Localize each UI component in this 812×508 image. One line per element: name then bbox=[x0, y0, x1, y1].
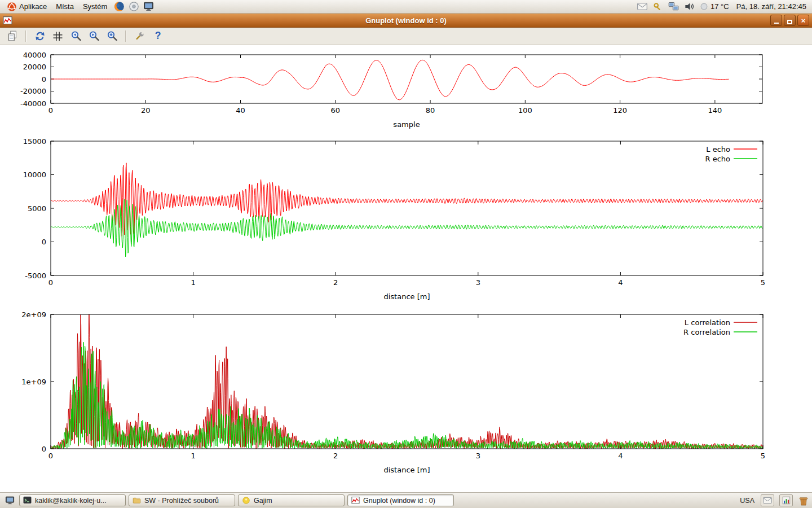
mail-notifier[interactable] bbox=[637, 1, 647, 12]
svg-text:1: 1 bbox=[191, 278, 195, 287]
toolbar-separator bbox=[125, 30, 126, 42]
toolbar: ? bbox=[0, 28, 812, 45]
task-button-gnuplot[interactable]: Gnuplot (window id : 0) bbox=[347, 494, 454, 506]
mini-chart-icon bbox=[782, 496, 791, 505]
chart-correlation[interactable]: 01234501e+092e+09distance [m]L correlati… bbox=[0, 310, 812, 480]
svg-text:4: 4 bbox=[618, 452, 623, 460]
svg-text:R echo: R echo bbox=[705, 155, 730, 163]
toolbar-grid-button[interactable] bbox=[50, 29, 65, 43]
task-button-file-browser[interactable]: SW - Prohlížeč souborů bbox=[129, 494, 235, 506]
toolbar-separator bbox=[25, 30, 27, 42]
svg-text:0: 0 bbox=[42, 238, 46, 246]
window-controls: × bbox=[770, 15, 809, 26]
svg-text:L correlation: L correlation bbox=[685, 318, 730, 327]
task-button-terminal[interactable]: kaklik@kaklik-kolej-u... bbox=[19, 494, 126, 506]
top-panel: Aplikace Místa Systém bbox=[0, 0, 812, 14]
task-button-gajim[interactable]: Gajim bbox=[238, 494, 345, 506]
task-label: kaklik@kaklik-kolej-u... bbox=[35, 497, 107, 505]
toolbar-zoom-previous-button[interactable] bbox=[68, 29, 83, 43]
mail-icon bbox=[763, 497, 772, 504]
gajim-icon bbox=[242, 496, 250, 505]
copy-icon bbox=[7, 30, 18, 42]
svg-text:4: 4 bbox=[618, 278, 623, 287]
menu-applications-label: Aplikace bbox=[19, 2, 47, 11]
svg-text:2: 2 bbox=[333, 452, 338, 460]
svg-text:0: 0 bbox=[48, 106, 53, 115]
svg-text:R correlation: R correlation bbox=[683, 328, 730, 336]
close-button[interactable]: × bbox=[797, 15, 809, 26]
mail-tray-button[interactable] bbox=[761, 494, 774, 506]
svg-text:120: 120 bbox=[613, 106, 627, 115]
chart-sample-waveform[interactable]: 020406080100120140-40000-200000200004000… bbox=[0, 45, 812, 135]
ubuntu-logo-icon bbox=[7, 2, 16, 11]
plot-canvas[interactable]: 020406080100120140-40000-200000200004000… bbox=[0, 45, 812, 492]
svg-text:?: ? bbox=[155, 30, 161, 41]
svg-text:20000: 20000 bbox=[23, 63, 46, 71]
minimize-button[interactable] bbox=[770, 15, 782, 26]
wrench-icon bbox=[134, 30, 145, 42]
toolbar-copy-button[interactable] bbox=[5, 29, 20, 43]
network-applet[interactable] bbox=[668, 1, 679, 12]
svg-text:3: 3 bbox=[476, 452, 480, 460]
keyboard-layout-indicator[interactable]: USA bbox=[739, 497, 756, 505]
menu-system-label: Systém bbox=[83, 2, 107, 11]
menu-places-label: Místa bbox=[56, 2, 74, 11]
temperature: 17 °C bbox=[710, 2, 729, 11]
show-desktop-icon bbox=[5, 496, 15, 505]
toolbar-replot-button[interactable] bbox=[32, 29, 47, 43]
task-label: Gnuplot (window id : 0) bbox=[363, 497, 435, 505]
folder-icon bbox=[133, 496, 141, 505]
svg-text:1: 1 bbox=[191, 452, 195, 460]
menu-places[interactable]: Místa bbox=[52, 1, 78, 12]
monitor-launcher[interactable] bbox=[142, 1, 155, 13]
maximize-button[interactable] bbox=[784, 15, 796, 26]
speaker-icon bbox=[685, 2, 694, 11]
mail-icon bbox=[637, 2, 647, 11]
weather-applet[interactable]: 17 °C bbox=[700, 2, 729, 11]
menu-system[interactable]: Systém bbox=[79, 1, 111, 12]
keyring-applet[interactable] bbox=[652, 1, 663, 12]
menu-applications[interactable]: Aplikace bbox=[3, 1, 51, 12]
svg-text:40000: 40000 bbox=[23, 51, 46, 59]
show-desktop-button[interactable] bbox=[3, 494, 16, 507]
svg-text:-40000: -40000 bbox=[20, 99, 46, 108]
minimize-icon bbox=[774, 23, 779, 24]
grid-icon bbox=[52, 31, 63, 42]
svg-text:140: 140 bbox=[708, 106, 722, 115]
help-icon: ? bbox=[152, 30, 164, 42]
toolbar-help-button[interactable]: ? bbox=[150, 29, 165, 43]
trash-icon bbox=[798, 495, 809, 506]
svg-text:0: 0 bbox=[42, 75, 46, 84]
help-launcher[interactable] bbox=[127, 1, 140, 13]
svg-text:3: 3 bbox=[476, 278, 480, 287]
zoom-next-icon bbox=[89, 30, 100, 42]
clock[interactable]: Pá, 18. září, 21:42:45 bbox=[734, 2, 809, 11]
taskbar-tray: USA bbox=[739, 494, 809, 506]
applet-tray-button[interactable] bbox=[779, 494, 793, 506]
svg-text:60: 60 bbox=[331, 106, 341, 115]
svg-text:distance [m]: distance [m] bbox=[383, 292, 430, 301]
svg-text:10000: 10000 bbox=[23, 170, 46, 179]
toolbar-zoom-next-button[interactable] bbox=[86, 29, 102, 43]
gnuplot-window-icon bbox=[3, 16, 12, 25]
weather-icon bbox=[700, 2, 708, 11]
svg-text:5: 5 bbox=[761, 278, 765, 287]
chart-echo[interactable]: 012345-5000050001000015000distance [m]L … bbox=[0, 135, 812, 310]
svg-text:2e+09: 2e+09 bbox=[21, 310, 46, 319]
titlebar[interactable]: Gnuplot (window id : 0) × bbox=[0, 14, 812, 28]
svg-text:5: 5 bbox=[761, 452, 765, 460]
task-label: Gajim bbox=[254, 497, 272, 505]
svg-text:80: 80 bbox=[426, 106, 435, 115]
svg-text:0: 0 bbox=[48, 278, 53, 287]
svg-text:0: 0 bbox=[42, 445, 46, 453]
svg-text:20: 20 bbox=[141, 106, 151, 115]
svg-text:-5000: -5000 bbox=[25, 271, 46, 280]
gnuplot-window: Gnuplot (window id : 0) × bbox=[0, 14, 812, 492]
trash-applet[interactable] bbox=[798, 495, 809, 506]
taskbar: kaklik@kaklik-kolej-u... SW - Prohlížeč … bbox=[0, 492, 812, 508]
firefox-launcher[interactable] bbox=[112, 1, 126, 13]
toolbar-autoscale-button[interactable] bbox=[104, 29, 120, 43]
svg-text:L echo: L echo bbox=[706, 145, 730, 154]
volume-applet[interactable] bbox=[684, 1, 695, 12]
toolbar-configure-button[interactable] bbox=[132, 29, 147, 43]
